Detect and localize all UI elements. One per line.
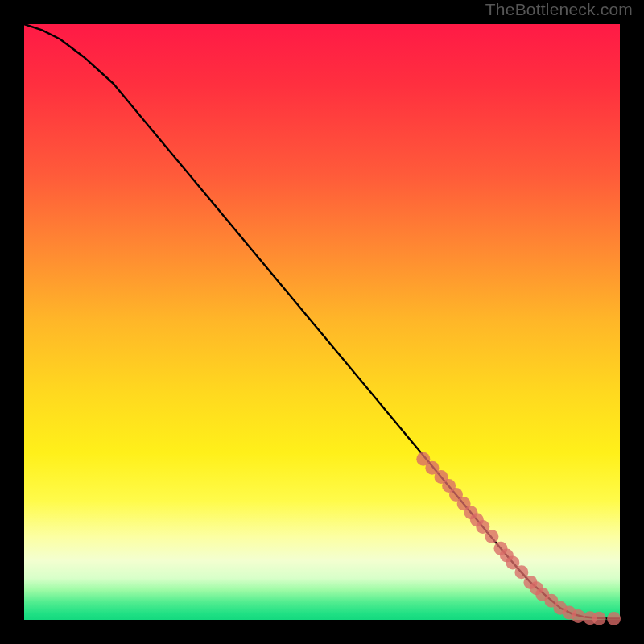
plot-area <box>24 24 620 620</box>
chart-svg <box>24 24 620 620</box>
data-point <box>607 612 621 625</box>
watermark-text: TheBottleneck.com <box>485 0 633 19</box>
chart-frame: TheBottleneck.com <box>0 0 644 644</box>
scatter-points <box>416 452 621 625</box>
data-point <box>485 530 498 543</box>
data-point <box>572 609 585 623</box>
main-curve <box>24 24 620 619</box>
data-point <box>592 612 606 625</box>
